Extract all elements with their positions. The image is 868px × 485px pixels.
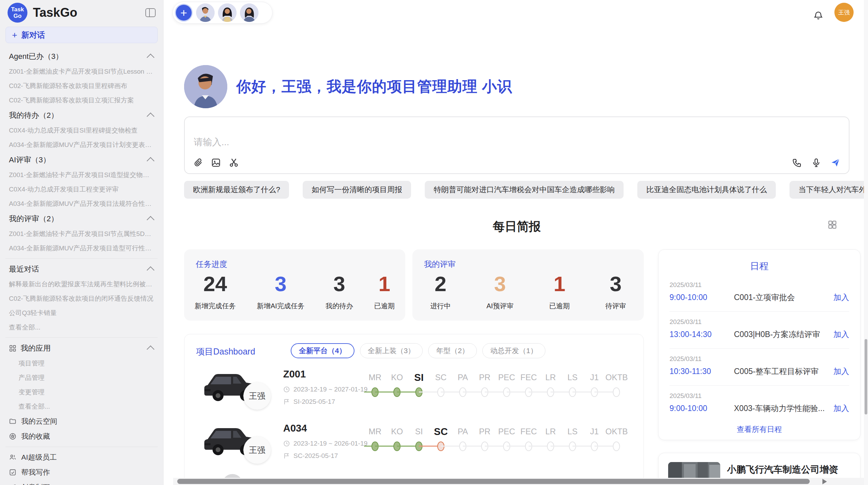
app-item-product-mgmt[interactable]: 产品管理 [5,371,158,385]
section-label: AI评审（3） [9,155,50,165]
microphone-icon[interactable] [811,158,821,168]
recent-chat-item[interactable]: C02-飞腾新能源轻客改款项目的闭环通告反馈情况 [5,291,158,306]
list-item[interactable]: Z001-全新燃油轻卡产品开发项目SI造型提交物评审 [5,168,158,182]
suggestion-chip[interactable]: 如何写一份清晰的项目周报 [303,181,411,199]
list-item[interactable]: A034-全新新能源MUV产品开发项目法规符合性评审 [5,197,158,211]
notification-bell-icon[interactable] [813,10,823,21]
milestone-pa: PA [452,425,474,454]
join-button[interactable]: 加入 [833,366,849,377]
chat-input[interactable] [194,137,674,148]
chevron-up-icon[interactable] [147,346,155,353]
milestone-oktb: OKTB [605,371,627,400]
vertical-scrollbar-thumb[interactable] [865,339,867,414]
vertical-scrollbar[interactable] [864,0,868,485]
schedule-time: 10:30-11:30 [670,367,734,376]
chevron-up-icon[interactable] [147,113,155,121]
tab-powertrain[interactable]: 动总开发（1） [482,343,545,358]
tool-help-write[interactable]: 帮我写作 [5,465,158,480]
section-my-review[interactable]: 我的评审（2） [5,211,158,227]
suggestion-chip[interactable]: 欧洲新规最近颁布了什么? [184,181,289,199]
card-title: 任务进度 [196,259,227,270]
view-all-chats[interactable]: 查看全部... [5,320,158,335]
chevron-up-icon[interactable] [147,216,155,224]
suggestion-chip[interactable]: 当下年轻人对汽车外观有怎样的喜好趋势 [789,181,868,199]
stat-ai-prereview: 3 AI预评审 [486,271,514,311]
section-label: 我的评审（2） [9,214,58,224]
join-button[interactable]: 加入 [833,329,849,340]
add-agent-button[interactable]: + [175,4,193,22]
tab-new-platform[interactable]: 全新平台（4） [291,343,354,358]
horizontal-scrollbar[interactable] [173,478,868,485]
tab-new-body[interactable]: 全新上装（3） [360,343,423,358]
schedule-date: 2025/03/11 [670,281,849,289]
sidebar-collapse-icon[interactable] [145,8,156,17]
new-chat-button[interactable]: + 新对话 [5,27,158,43]
chevron-up-icon[interactable] [147,266,155,274]
list-item[interactable]: A034-全新新能源MUV产品开发项目造型可行性评审 [5,241,158,256]
suggestion-chips: 欧洲新规最近颁布了什么? 如何写一份清晰的项目周报 特朗普可能对进口汽车增税会对… [184,181,849,199]
schedule-time: 13:00-14:30 [670,330,734,339]
join-button[interactable]: 加入 [833,403,849,414]
project-row-a034[interactable]: 王强 A034 2023-12-19 ~ 2026-01-19 SC-2025-… [184,419,644,473]
app-item-project-mgmt[interactable]: 项目管理 [5,356,158,371]
schedule-card: 日程 2025/03/11 9:00-10:00 C001-立项审批会 加入 2… [658,249,860,440]
milestone-lr: LR [540,371,562,400]
schedule-title: 日程 [659,260,860,272]
section-my-apps[interactable]: 我的应用 [5,340,158,356]
dashboard-title: 项目Dashboard [196,346,255,357]
agent-avatar-1[interactable] [196,3,215,22]
send-icon[interactable] [830,158,841,168]
tool-creative-drawing[interactable]: 创意制图 [5,480,158,485]
tab-model-year[interactable]: 年型（2） [428,343,477,358]
section-my-todo[interactable]: 我的待办（2） [5,108,158,123]
suggestion-chip[interactable]: 特朗普可能对进口汽车增税会对中国车企造成哪些影响 [425,181,624,199]
scissors-icon[interactable] [229,158,239,168]
chevron-up-icon[interactable] [147,157,155,165]
project-row-z001[interactable]: 王强 Z001 2023-12-19 ~ 2027-01-19 SI-2025-… [184,364,644,419]
taskgo-app: Task Go TaskGo + 新对话 Agent已办（3） Z001-全新燃… [0,0,868,485]
section-ai-review[interactable]: AI评审（3） [5,152,158,168]
chevron-up-icon[interactable] [147,54,155,62]
link-label: AI超级员工 [21,452,57,462]
section-agent-done[interactable]: Agent已办（3） [5,49,158,64]
schedule-name: C005-整车工程目标评审 [734,366,829,377]
list-item[interactable]: Z001-全新燃油皮卡产品开发项目SI节点Lesson Learn报告 [5,64,158,79]
schedule-time: 9:00-10:00 [670,293,734,302]
image-icon[interactable] [211,158,221,168]
join-button[interactable]: 加入 [833,292,849,303]
my-cloud-space[interactable]: 我的云空间 [5,414,158,429]
agent-avatar-2[interactable] [218,3,237,22]
view-all-schedule[interactable]: 查看所有日程 [659,424,860,435]
divider [670,348,849,349]
quill-pen-icon [9,484,16,485]
my-favorites[interactable]: 我的收藏 [5,429,158,444]
milestone-track: MRKOSISCPAPRPECFECLRLSJ1OKTB [364,425,627,454]
list-item[interactable]: A034-全新新能源MUV产品开发项目计划变更表编写 [5,138,158,152]
scroll-right-arrow[interactable] [822,479,827,484]
stat-overdue: 1 已逾期 [549,271,570,311]
list-item[interactable]: C0X4-动力总成开发项目SI里程碑提交物检查 [5,123,158,138]
list-item[interactable]: C0X4-动力总成开发项目工程变更评审 [5,182,158,197]
layout-grid-icon[interactable] [828,220,837,229]
suggestion-chip[interactable]: 比亚迪全固态电池计划具体说了什么 [637,181,776,199]
section-label: 最近对话 [9,264,39,274]
view-all-apps[interactable]: 查看全部... [5,399,158,414]
list-item[interactable]: C02-飞腾新能源轻客改款项目里程碑画布 [5,79,158,93]
schedule-date: 2025/03/11 [670,392,849,400]
section-recent-chats[interactable]: 最近对话 [5,261,158,277]
recent-chat-item[interactable]: 解释最新出台的欧盟报废车法规再生塑料比例被调至15%... [5,277,158,291]
list-item[interactable]: Z001-全新燃油轻卡产品开发项目SI节点属性5D文件评审 [5,227,158,241]
attachment-icon[interactable] [193,158,203,168]
app-item-change-mgmt[interactable]: 变更管理 [5,385,158,399]
list-item[interactable]: C02-飞腾新能源轻客改款项目立项汇报方案 [5,93,158,108]
agent-avatar-3[interactable] [240,3,258,22]
tool-ai-super-staff[interactable]: AI超级员工 [5,450,158,465]
user-avatar[interactable]: 王强 [834,3,854,22]
horizontal-scrollbar-thumb[interactable] [177,479,810,484]
recent-chat-item[interactable]: 公司Q3轻卡销量 [5,306,158,320]
phone-icon[interactable] [792,158,802,168]
scroll-down-arrow[interactable] [828,469,834,473]
project-flag-milestone: SC-2025-05-17 [283,452,338,460]
schedule-date: 2025/03/11 [670,355,849,363]
schedule-item: 2025/03/11 10:30-11:30 C005-整车工程目标评审 加入 [670,355,849,377]
